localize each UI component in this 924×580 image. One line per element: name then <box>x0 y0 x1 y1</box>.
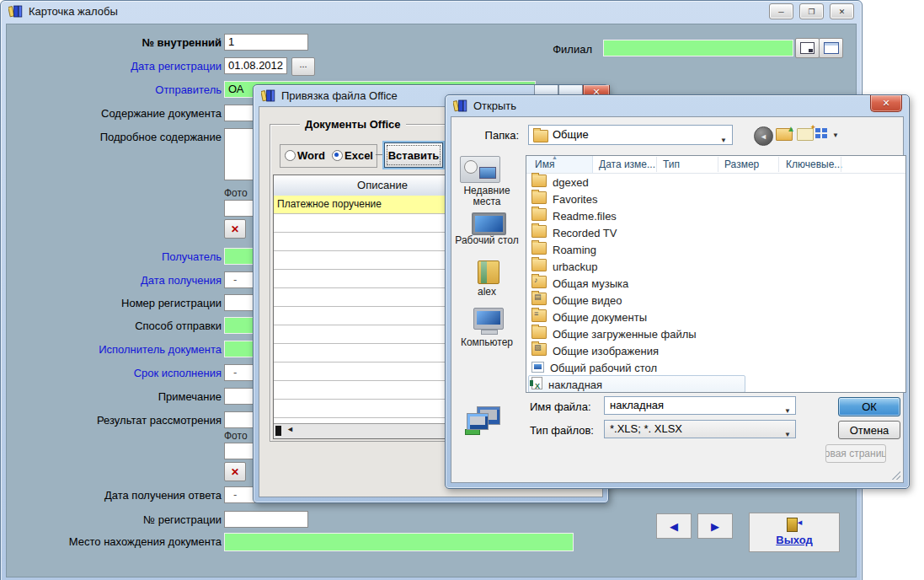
network-cable-icon <box>465 429 480 435</box>
arrow-right-icon: ▶ <box>711 520 719 533</box>
file-row[interactable]: Общие загруженные файлы <box>526 325 905 342</box>
sidebar-item-desktop[interactable]: Рабочий стол <box>451 235 522 246</box>
file-name: Общие видео <box>553 294 622 307</box>
date-picker-button[interactable]: ... <box>291 57 315 76</box>
network-icon[interactable] <box>467 406 500 432</box>
dropdown-icon[interactable]: ▼ <box>720 132 727 149</box>
description-column-header: Описание <box>323 179 441 191</box>
dialog-title: Открыть <box>473 99 516 112</box>
scroll-left-icon[interactable]: ◄ <box>286 425 294 433</box>
excel-radio[interactable] <box>332 150 343 161</box>
dropdown-icon[interactable]: ▼ <box>784 403 791 420</box>
field-label: Примечание <box>19 390 222 403</box>
column-separator <box>778 157 779 172</box>
desktop-icon[interactable] <box>472 212 506 235</box>
document-location-field[interactable] <box>224 533 574 551</box>
cancel-button[interactable]: Отмена <box>838 421 900 439</box>
next-record-button[interactable]: ▶ <box>697 513 733 539</box>
excel-radio-label[interactable]: Excel <box>344 149 373 162</box>
file-name: Общие документы <box>553 311 647 324</box>
insert-button[interactable]: Вставить <box>384 142 443 168</box>
registration-date-field[interactable]: 01.08.2012 <box>224 57 287 74</box>
new-folder-button[interactable]: ✦ <box>797 128 814 141</box>
file-row-selected[interactable]: накладная <box>526 376 905 393</box>
back-button[interactable]: ◄ <box>754 126 773 146</box>
filial-field[interactable] <box>603 40 793 56</box>
sidebar-item-recent-places[interactable]: Недавние места <box>451 185 522 207</box>
file-name: Recorded TV <box>553 227 617 239</box>
exit-arrow-icon: ◂ <box>798 517 803 527</box>
computer-icon[interactable] <box>473 308 504 330</box>
main-titlebar[interactable]: Карточка жалобы ─ ❐ ✕ <box>1 1 862 22</box>
views-dropdown-icon[interactable]: ▼ <box>832 132 839 139</box>
prev-record-button[interactable]: ◀ <box>656 513 692 539</box>
picture-icon: ▨ <box>534 342 542 353</box>
close-icon: ✕ <box>839 8 846 16</box>
file-name: dgexed <box>553 176 589 189</box>
open-dialog-body: Папка: Общие ▼ ◄ ▲ ✦ ▼ Недавние места Ра… <box>451 116 904 483</box>
sidebar-item-computer[interactable]: Компьютер <box>451 337 522 348</box>
up-level-button[interactable]: ▲ <box>776 128 793 141</box>
photo-delete-button[interactable]: ✕ <box>224 219 246 239</box>
filename-combobox[interactable]: накладная ▼ <box>604 396 796 415</box>
file-row[interactable]: ≡Общие документы <box>526 309 905 325</box>
recent-places-icon[interactable] <box>460 156 500 183</box>
file-row[interactable]: Recorded TV <box>526 224 905 241</box>
file-row[interactable]: Общий рабочий стол <box>526 359 905 376</box>
column-separator <box>656 157 657 172</box>
registration-no-field[interactable] <box>224 511 308 528</box>
field-label: Дата получения ответа <box>19 489 222 502</box>
column-header-date[interactable]: Дата изме... <box>599 158 655 170</box>
filetype-label: Тип файлов: <box>530 424 594 437</box>
file-row[interactable]: dgexed <box>526 174 905 191</box>
open-file-dialog: Открыть ✕ Папка: Общие ▼ ◄ ▲ ✦ ▼ Недавни… <box>445 94 910 489</box>
excel-file-icon <box>531 377 542 389</box>
ok-button[interactable]: ОК <box>838 397 900 416</box>
filetype-combobox[interactable]: *.XLS; *. XLSX ▼ <box>604 420 796 438</box>
photo-label: Фото <box>224 187 248 199</box>
column-header-size[interactable]: Размер <box>724 158 759 170</box>
word-radio[interactable] <box>285 150 296 161</box>
filial-open-form-button[interactable] <box>795 38 820 58</box>
file-row[interactable]: Roaming <box>526 241 905 258</box>
dialog-icon <box>453 99 467 112</box>
document-icon: ≡ <box>534 309 538 320</box>
field-label: Номер регистрации <box>19 297 222 309</box>
filial-table-button[interactable] <box>819 38 843 58</box>
views-button[interactable] <box>815 128 828 139</box>
scrollbar-thumb[interactable] <box>275 426 281 436</box>
open-dialog-titlebar[interactable]: Открыть <box>446 95 909 115</box>
new-page-button-partial[interactable]: овая страниц <box>825 444 886 463</box>
file-row[interactable]: Readme.files <box>526 207 905 224</box>
column-header-keywords[interactable]: Ключевые... <box>786 158 842 170</box>
file-row[interactable]: urbackup <box>526 258 905 275</box>
folder-combobox[interactable]: Общие ▼ <box>528 125 733 145</box>
close-button[interactable]: ✕ <box>870 95 902 112</box>
internal-number-field[interactable]: 1 <box>224 34 308 51</box>
minimize-button[interactable]: ─ <box>769 3 793 19</box>
maximize-icon: ❐ <box>808 8 815 16</box>
file-row[interactable]: ▤Общие видео <box>526 292 905 309</box>
sidebar-item-user[interactable]: alex <box>451 287 522 298</box>
arrow-left-icon: ◀ <box>670 520 678 533</box>
delete-icon: ✕ <box>231 223 239 235</box>
column-header-type[interactable]: Тип <box>663 158 680 170</box>
video-folder-icon: ▤ <box>531 293 547 305</box>
dialog-icon <box>261 89 275 102</box>
file-row[interactable]: Favorites <box>526 191 905 207</box>
exit-door-icon <box>787 518 798 532</box>
user-folder-icon[interactable] <box>478 260 499 284</box>
photo-delete-button[interactable]: ✕ <box>224 462 246 481</box>
column-header-name[interactable]: Имя <box>535 158 554 170</box>
word-radio-label[interactable]: Word <box>297 149 325 162</box>
filename-value: накладная <box>610 397 778 414</box>
dropdown-icon[interactable]: ▼ <box>784 427 791 443</box>
close-button[interactable]: ✕ <box>830 3 854 19</box>
resize-grip[interactable] <box>892 471 900 480</box>
folder-icon <box>531 191 547 204</box>
maximize-button[interactable]: ❐ <box>799 3 824 19</box>
file-row[interactable]: ▨Общие изображения <box>526 342 905 359</box>
exit-button[interactable]: ◂ Выход <box>749 513 840 552</box>
field-label: Способ отправки <box>19 320 222 332</box>
file-row[interactable]: ♪Общая музыка <box>526 275 905 292</box>
